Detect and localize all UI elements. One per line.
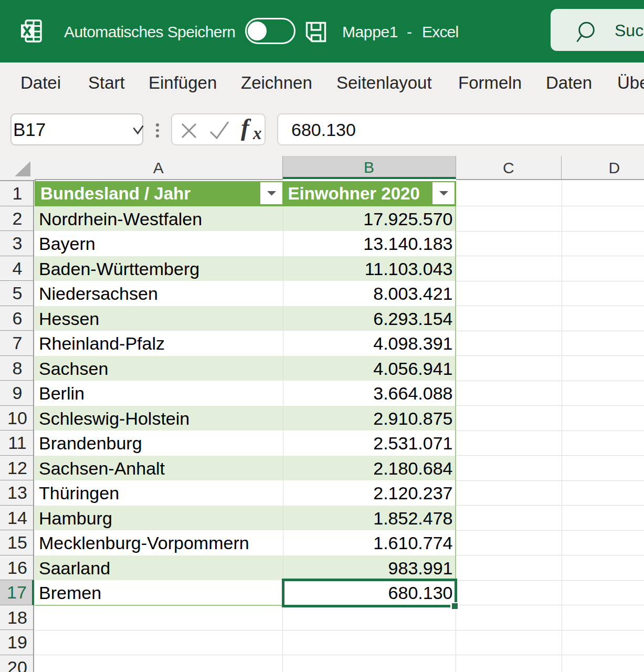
svg-text:f: f xyxy=(241,114,251,141)
svg-text:x: x xyxy=(252,124,262,143)
